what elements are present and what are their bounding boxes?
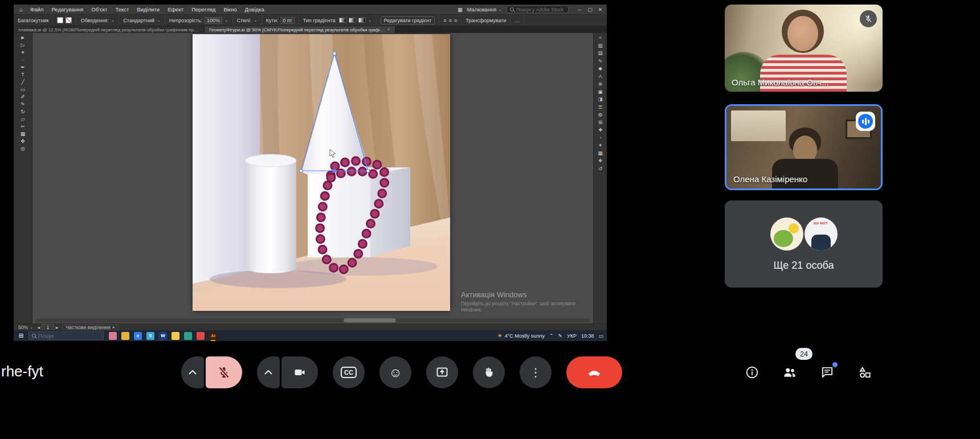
graphic-styles-panel-icon[interactable]: ✦ [598, 143, 602, 148]
chat-button[interactable] [819, 364, 835, 380]
meeting-details-button[interactable] [744, 364, 760, 380]
hand-tool-icon[interactable]: ✥ [21, 138, 25, 144]
rotate-tool-icon[interactable]: ↻ [21, 109, 25, 114]
properties-panel-icon[interactable]: ❖ [598, 158, 603, 163]
freeform-gradient-swatch[interactable] [358, 18, 366, 23]
magic-wand-tool-icon[interactable]: ✶ [21, 50, 25, 55]
type-tool-icon[interactable]: T [21, 72, 24, 77]
menu-item[interactable]: Перегляд [187, 6, 219, 13]
rectangle-tool-icon[interactable]: ▭ [21, 87, 26, 92]
scissors-tool-icon[interactable]: ✂ [21, 124, 25, 129]
maximize-icon[interactable]: ▢ [586, 7, 594, 13]
participant-tile[interactable]: Ольга Миколаївна Овч... [725, 5, 883, 92]
word-app-icon[interactable]: W [159, 332, 167, 340]
linear-gradient-swatch[interactable] [339, 18, 346, 23]
mesh-tool-icon[interactable]: ▦ [21, 131, 26, 137]
photos-thumbnail-icon[interactable] [109, 332, 117, 340]
gradient-panel-icon[interactable]: ◨ [598, 97, 602, 102]
symbols-panel-icon[interactable]: ◆ [598, 66, 602, 71]
align-center-icon[interactable]: ≡ [449, 18, 452, 23]
opacity-value[interactable]: 100% [205, 17, 222, 24]
language-indicator[interactable]: УКР [567, 333, 577, 339]
edge-browser-icon[interactable]: e [134, 332, 142, 340]
activities-button[interactable] [857, 364, 873, 380]
menu-item[interactable]: Редагування [47, 6, 87, 13]
corners-value[interactable]: 0 пт [280, 17, 295, 24]
canvas-area[interactable]: Активація Windows Перейдіть до розділу "… [32, 33, 593, 323]
scrollbar-thumb[interactable] [344, 318, 396, 322]
line-segment-tool-icon[interactable]: ╱ [21, 79, 24, 85]
more-options-button[interactable]: ⋮ [520, 356, 552, 388]
menu-item[interactable]: Довідка [241, 6, 268, 13]
document-tab-active[interactable]: ГеометрФігури.ai @ 50% (CMYK/Попередній … [205, 26, 395, 33]
menu-item[interactable]: Файл [26, 6, 47, 13]
selection-tool-icon[interactable]: ► [21, 35, 26, 40]
workspace-grid-icon[interactable]: ▦ [458, 7, 463, 13]
artboard[interactable] [193, 34, 450, 311]
fill-swatch[interactable] [57, 17, 63, 23]
notification-center-icon[interactable]: ▭ [598, 333, 603, 339]
next-artboard-icon[interactable]: ▸ [56, 325, 58, 330]
scale-tool-icon[interactable]: ▱ [21, 116, 25, 122]
captions-button[interactable]: CC [333, 356, 365, 388]
raise-hand-button[interactable] [473, 356, 505, 388]
start-button[interactable]: ⊞ [14, 332, 28, 339]
file-explorer-icon[interactable] [172, 332, 179, 340]
chevron-down-icon[interactable]: ⌄ [111, 18, 115, 23]
menu-item[interactable]: Вікно [219, 6, 240, 13]
stroke-none-swatch[interactable] [66, 17, 72, 23]
camera-toggle-button[interactable] [281, 356, 318, 388]
pencil-tool-icon[interactable]: ✎ [21, 101, 25, 107]
menu-item[interactable]: Виділити [133, 6, 164, 13]
lasso-tool-icon[interactable]: ◌ [21, 57, 24, 63]
end-call-button[interactable] [566, 356, 622, 388]
stroke-panel-icon[interactable]: ☰ [598, 105, 603, 110]
pen-icon[interactable]: ✎ [558, 333, 562, 339]
direct-selection-tool-icon[interactable]: ▷ [21, 42, 25, 48]
chevron-down-icon[interactable]: ⌄ [368, 18, 372, 23]
close-icon[interactable]: ✕ [596, 7, 605, 13]
paintbrush-tool-icon[interactable]: ✐ [21, 94, 25, 100]
chevron-down-icon[interactable]: ⌄ [254, 18, 258, 23]
align-left-icon[interactable]: ≡ [443, 18, 446, 23]
reactions-button[interactable]: ☺ [379, 356, 411, 388]
more-options-icon[interactable]: … [514, 18, 520, 23]
brushes-panel-icon[interactable]: ✎ [598, 59, 602, 64]
collapse-panels-icon[interactable]: « [599, 35, 602, 40]
more-participants-tile[interactable]: DO NOT Ще 21 особа [725, 200, 883, 288]
appearance-panel-icon[interactable]: ◔ [599, 136, 602, 141]
document-tab[interactable]: плавівка.ai @ 12,5% (RGB/Попередній пере… [14, 26, 205, 33]
store-app-icon[interactable] [121, 332, 129, 340]
history-panel-icon[interactable]: ↺ [598, 166, 602, 171]
layers-panel-icon[interactable]: ≣ [598, 81, 602, 87]
taskbar-search-input[interactable] [38, 333, 95, 339]
illustrator-app-icon[interactable]: Ai [209, 332, 217, 340]
pathfinder-panel-icon[interactable]: ✚ [598, 128, 602, 133]
present-screen-button[interactable] [426, 356, 458, 388]
camera-options-chevron[interactable] [257, 356, 280, 388]
zoom-level-select[interactable]: 50% ⌄ [18, 325, 34, 330]
color-panel-icon[interactable]: ▧ [598, 43, 602, 48]
mic-options-chevron[interactable] [181, 356, 204, 388]
transparency-panel-icon[interactable]: ◍ [598, 112, 602, 117]
brush-select[interactable]: Стандартний [123, 18, 154, 23]
type-panel-icon[interactable]: A [599, 74, 602, 79]
chrome-browser-icon[interactable] [197, 332, 205, 340]
artboards-panel-icon[interactable]: ▣ [598, 89, 602, 95]
radial-gradient-swatch[interactable] [349, 18, 356, 23]
menu-item[interactable]: Ефект [164, 6, 187, 13]
pen-tool-icon[interactable]: ✒ [21, 64, 25, 70]
menu-item[interactable]: Текст [111, 6, 133, 13]
artboard-number[interactable]: 1 [42, 324, 54, 331]
home-icon[interactable]: ⌂ [16, 6, 26, 13]
horizontal-scrollbar[interactable] [36, 318, 590, 322]
edit-gradient-button[interactable]: Редагувати градієнт [381, 17, 435, 24]
transform-menu[interactable]: Трансформувати [466, 18, 506, 23]
menu-item[interactable]: Об'єкт [87, 6, 111, 13]
minimize-icon[interactable]: ─ [575, 7, 584, 13]
prev-artboard-icon[interactable]: ◂ [38, 325, 40, 330]
workspace-switcher[interactable]: Малювання ⌄ [467, 6, 502, 13]
libraries-panel-icon[interactable]: ▦ [598, 151, 602, 156]
swatches-panel-icon[interactable]: ▤ [598, 51, 602, 56]
mic-toggle-button[interactable] [206, 356, 242, 388]
